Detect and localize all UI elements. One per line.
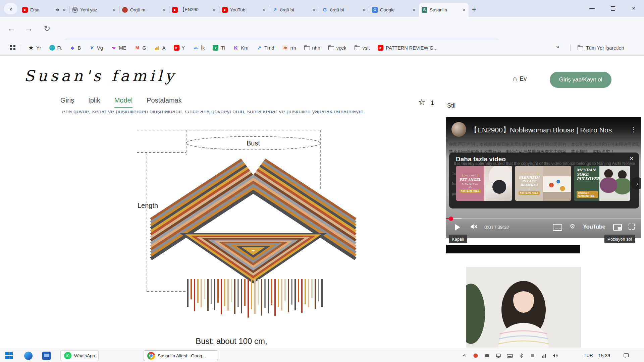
bookmark-a[interactable]: A — [154, 45, 166, 51]
apps-grid-icon[interactable] — [10, 45, 15, 50]
bookmark-vg[interactable]: VVg — [89, 45, 103, 51]
tab-close-icon[interactable]: × — [112, 7, 116, 13]
video-player[interactable]: 【EN2900】Noblewoman Blouse | Retro Nos...… — [446, 117, 641, 238]
tab-close-icon[interactable]: × — [412, 7, 416, 13]
bookmark-km[interactable]: KKm — [233, 45, 249, 51]
new-tab-button[interactable]: + — [472, 5, 476, 14]
back-button[interactable]: ← — [4, 17, 19, 40]
suggested-video-3[interactable]: MEYDAN YOKE PULLOVERCROCHET PATTERN FREE — [574, 166, 630, 201]
bookmark-ft[interactable]: ◠Ft — [49, 45, 62, 51]
display-tray-icon[interactable] — [495, 353, 502, 358]
bookmark-tl[interactable]: +Tl — [213, 45, 225, 51]
next-videos-arrow[interactable]: › — [631, 177, 641, 190]
bookmarks-overflow-chevron[interactable]: » — [556, 44, 559, 50]
close-button[interactable]: × — [623, 0, 644, 17]
favorite-star-icon[interactable]: ☆ — [418, 97, 425, 107]
progress-handle[interactable] — [449, 217, 453, 221]
maximize-button[interactable] — [602, 0, 623, 17]
bookmark-label: Yr — [36, 45, 41, 51]
bookmark-label: B — [77, 45, 81, 51]
bookmark-y[interactable]: ▶Y — [174, 45, 185, 51]
whatsapp-label: WhatsApp — [74, 353, 95, 358]
fullscreen-icon[interactable] — [629, 224, 635, 230]
tab-3[interactable]: Örgü m× — [119, 4, 169, 16]
bookmark-i-k[interactable]: ∞İk — [193, 45, 205, 51]
tab-close-icon[interactable]: × — [362, 7, 366, 13]
start-button[interactable] — [5, 352, 9, 355]
chrome-taskbar-button[interactable]: Susan'ın Ailesi - Goog... — [144, 350, 218, 361]
progress-bar[interactable] — [446, 218, 641, 219]
captions-off-chip[interactable]: Kapalı — [449, 235, 467, 243]
tab-7[interactable]: Görgü bl× — [319, 4, 369, 16]
language-indicator[interactable]: TUR — [584, 353, 593, 358]
tab-2[interactable]: WYeni yaz× — [69, 4, 119, 16]
blue-app-icon[interactable] — [42, 352, 51, 360]
grey-app-tray-icon[interactable] — [529, 353, 536, 358]
play-button[interactable] — [455, 224, 460, 231]
bluetooth-tray-icon[interactable] — [518, 353, 525, 358]
bookmark-yr[interactable]: ★Yr — [28, 45, 41, 51]
muted-volume-icon[interactable] — [470, 223, 478, 231]
nav-item-i̇plik[interactable]: İplik — [88, 97, 100, 108]
keyboard-tray-icon[interactable] — [506, 353, 513, 358]
tab-8[interactable]: GGoogle× — [369, 4, 419, 16]
volume-tray-icon[interactable] — [552, 353, 559, 358]
all-bookmarks-button[interactable]: Tüm Yer İşaretleri — [578, 40, 624, 55]
clock[interactable]: 15:39 — [598, 353, 610, 358]
overlay-close-icon[interactable]: × — [629, 154, 634, 163]
forward-button[interactable]: → — [21, 17, 36, 40]
site-logo[interactable]: Susan's family — [24, 67, 177, 85]
bookmark-vsit[interactable]: vsit — [355, 45, 370, 51]
video-disclaimer-zh: 在此严正声明，本视频版权归南京爱织网络科技有限公司所有，本公司将依法追究任何未经… — [449, 141, 639, 147]
bookmark-b[interactable]: ◆B — [69, 45, 81, 51]
bookmark-v-ek[interactable]: vçek — [328, 45, 346, 51]
tab-9[interactable]: SSusan'ın× — [419, 3, 469, 17]
home-link[interactable]: ⌂ Ev — [513, 74, 527, 83]
dark-app-tray-icon[interactable] — [484, 353, 490, 358]
nav-item-giriş[interactable]: Giriş — [60, 97, 74, 108]
reload-button[interactable]: ↻ — [40, 17, 54, 40]
trnd-icon: ↗ — [256, 45, 262, 51]
miniplayer-icon[interactable] — [613, 224, 622, 231]
bookmark-rm[interactable]: bbrm — [282, 45, 296, 51]
tab-5[interactable]: ▶YouTub× — [219, 4, 269, 16]
tab-1[interactable]: ▶Ersa× — [19, 4, 69, 16]
tab-close-icon[interactable]: × — [262, 7, 266, 13]
settings-gear-icon[interactable]: ⚙ — [570, 223, 575, 230]
edge-icon[interactable] — [24, 352, 33, 360]
hidden-icons-caret[interactable] — [461, 353, 468, 358]
nav-item-model[interactable]: Model — [114, 97, 132, 108]
tab-close-icon[interactable]: × — [312, 7, 316, 13]
bookmarks-bar: ★Yr◠Ft◆BVVg♥♥MEMGA▶Y∞İk+TlKKm↗Trndbbrmnh… — [0, 40, 644, 56]
tab-list-dropdown[interactable]: ∨ — [4, 3, 17, 14]
bookmark-me[interactable]: ♥♥ME — [111, 45, 126, 51]
bookmark-g[interactable]: MG — [135, 45, 146, 51]
video-title[interactable]: 【EN2900】Noblewoman Blouse | Retro Nos... — [470, 125, 614, 135]
tab-close-icon[interactable]: × — [162, 7, 166, 13]
tab-audio-icon[interactable] — [55, 8, 60, 12]
thumb-text-panel: CROCHETBLENHEIM PALACE BLANKET-2-PATTERN… — [515, 166, 543, 201]
nav-item-postalamak[interactable]: Postalamak — [147, 97, 182, 108]
captions-icon[interactable] — [553, 224, 562, 231]
bookmark-pattern-review-g-[interactable]: ▶PATTERN REVIEW G... — [378, 45, 437, 51]
tab-close-icon[interactable]: × — [462, 7, 466, 13]
minimize-button[interactable]: — — [582, 0, 602, 17]
channel-avatar[interactable] — [451, 122, 466, 137]
red-app-tray-icon[interactable] — [472, 353, 479, 358]
tab-close-icon[interactable]: × — [212, 7, 216, 13]
position-chip[interactable]: Pozisyon sol — [604, 235, 635, 243]
video-menu-icon[interactable]: ⋮ — [630, 125, 637, 133]
suggested-video-1[interactable]: CROCHETPET ANGELKITS STYLE-2-PATTERN FRE… — [456, 166, 512, 201]
signin-button[interactable]: Giriş yap/Kayıt ol — [550, 72, 611, 88]
bookmark-label: Vg — [97, 45, 103, 51]
notifications-icon[interactable] — [623, 353, 629, 360]
network-tray-icon[interactable] — [541, 353, 547, 358]
tab-4[interactable]: ▶【EN290× — [169, 4, 219, 16]
bookmark-nhn[interactable]: nhn — [304, 45, 320, 51]
suggested-video-2[interactable]: CROCHETBLENHEIM PALACE BLANKET-2-PATTERN… — [515, 166, 571, 201]
tab-close-icon[interactable]: × — [62, 7, 66, 13]
bookmark-trnd[interactable]: ↗Trnd — [256, 45, 274, 51]
youtube-logo[interactable]: YouTube — [583, 224, 605, 230]
whatsapp-taskbar-button[interactable]: ✆ WhatsApp — [60, 350, 99, 361]
tab-6[interactable]: ↗örgü bl× — [269, 4, 319, 16]
